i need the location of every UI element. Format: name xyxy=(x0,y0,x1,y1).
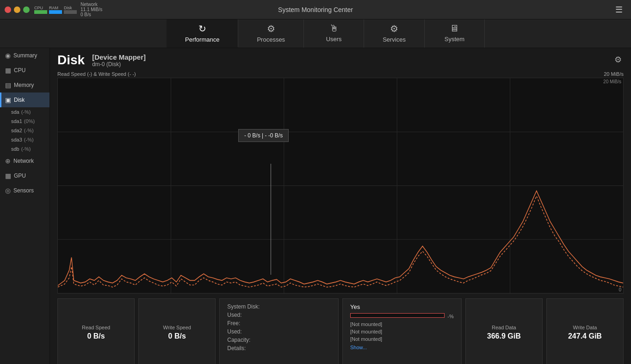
cpu-icon: ▦ xyxy=(5,67,11,74)
close-button[interactable] xyxy=(5,6,11,13)
sidebar-item-cpu[interactable]: ▦ CPU xyxy=(0,63,49,78)
chart-area[interactable]: - 0 B/s | - -0 B/s 20 MiB/s 0 xyxy=(57,78,624,294)
write-speed-value: 0 B/s xyxy=(168,332,186,340)
tab-services[interactable]: ⚙ Services xyxy=(364,19,425,48)
tab-services-label: Services xyxy=(383,36,406,43)
sidebar-network-label: Network xyxy=(13,158,34,164)
disk-info-used2: Used: xyxy=(227,328,331,335)
system-disk-label: System Disk: xyxy=(227,303,260,310)
sys-show-link[interactable]: Show... xyxy=(350,345,454,350)
sidebar-item-sensors[interactable]: ◎ Sensors xyxy=(0,183,49,198)
bottom-stats: Read Speed 0 B/s Write Speed 0 B/s Syste… xyxy=(50,296,631,364)
write-data-box: Write Data 247.4 GiB xyxy=(546,298,624,364)
capacity-label: Capacity: xyxy=(227,337,260,343)
main-layout: ◉ Summary ▦ CPU ▤ Memory ▣ Disk sda (-%)… xyxy=(0,48,631,364)
sidebar-item-network[interactable]: ⊕ Network xyxy=(0,154,49,168)
read-speed-label: Read Speed xyxy=(82,325,110,330)
network-label: Network xyxy=(80,2,102,7)
network-upload: 0 B/s xyxy=(80,12,102,17)
sidebar-gpu-label: GPU xyxy=(14,173,26,179)
speed-label-bar: Read Speed (-) & Write Speed (- -) 20 Mi… xyxy=(50,70,631,78)
gpu-icon: ▦ xyxy=(5,172,11,179)
system-icon: 🖥 xyxy=(450,23,459,34)
network-icon: ⊕ xyxy=(5,157,11,165)
content-area: Disk [Device Mapper] dm-0 (Disk) ⚙ Read … xyxy=(50,48,631,364)
sda1-badge: (0%) xyxy=(24,118,35,124)
disk-header: Disk [Device Mapper] dm-0 (Disk) ⚙ xyxy=(50,48,631,70)
y-label-top: 20 MiB/s xyxy=(603,79,621,84)
sidebar-item-memory[interactable]: ▤ Memory xyxy=(0,78,49,93)
cpu-indicator: CPU RAM Disk xyxy=(34,6,77,14)
cpu-label: CPU xyxy=(34,6,47,10)
sidebar-sub-sda2[interactable]: sda2 (-%) xyxy=(4,126,49,135)
sda2-label: sda2 xyxy=(11,128,22,133)
memory-icon: ▤ xyxy=(5,81,11,89)
read-speed-value: 0 B/s xyxy=(87,332,105,340)
tab-performance[interactable]: ↻ Performance xyxy=(167,19,238,48)
sidebar: ◉ Summary ▦ CPU ▤ Memory ▣ Disk sda (-%)… xyxy=(0,48,50,364)
maximize-button[interactable] xyxy=(23,6,30,13)
sidebar-cpu-label: CPU xyxy=(14,67,25,74)
tooltip-line xyxy=(271,164,271,275)
device-name: [Device Mapper] xyxy=(92,53,146,61)
titlebar: CPU RAM Disk Network 11.1 MiB/s 0 B/s Sy… xyxy=(0,0,631,19)
sidebar-sub-sdb[interactable]: sdb (-%) xyxy=(4,144,49,154)
minimize-button[interactable] xyxy=(14,6,20,13)
disk-title-block: Disk [Device Mapper] dm-0 (Disk) xyxy=(57,53,146,68)
tab-bar: ↻ Performance ⚙ Processes 🖱 Users ⚙ Serv… xyxy=(0,19,631,48)
read-data-value: 366.9 GiB xyxy=(487,332,521,340)
cpu-bar xyxy=(34,10,47,14)
sdb-label: sdb xyxy=(11,146,19,152)
disk-info-system-disk: System Disk: xyxy=(227,303,331,310)
sda1-label: sda1 xyxy=(11,118,22,124)
details-label: Details: xyxy=(227,345,260,352)
disk-title: Disk xyxy=(57,53,85,68)
write-data-value: 247.4 GiB xyxy=(568,332,602,340)
tab-users[interactable]: 🖱 Users xyxy=(304,19,364,48)
menu-button[interactable]: ☰ xyxy=(612,3,626,17)
sidebar-item-summary[interactable]: ◉ Summary xyxy=(0,48,49,63)
sidebar-item-gpu[interactable]: ▦ GPU xyxy=(0,168,49,183)
disk-info-used: Used: xyxy=(227,312,331,318)
disk-sub-items: sda (-%) sda1 (0%) sda2 (-%) sda3 (-%) s… xyxy=(0,107,49,154)
tab-system[interactable]: 🖥 System xyxy=(425,19,485,48)
write-data-label: Write Data xyxy=(573,325,597,330)
network-info: Network 11.1 MiB/s 0 B/s xyxy=(80,2,102,17)
disk-info-free: Free: xyxy=(227,320,331,327)
tab-processes[interactable]: ⚙ Processes xyxy=(238,19,304,48)
settings-button[interactable]: ⚙ xyxy=(612,53,624,67)
sidebar-sub-sda[interactable]: sda (-%) xyxy=(4,107,49,117)
sidebar-sensors-label: Sensors xyxy=(13,187,34,194)
sidebar-item-disk[interactable]: ▣ Disk xyxy=(0,93,49,107)
sidebar-summary-label: Summary xyxy=(13,52,37,59)
y-label-zero: 0 xyxy=(619,287,621,292)
ram-label: RAM xyxy=(49,6,62,10)
disk-info-box: System Disk: Used: Free: Used: Capacity: xyxy=(219,298,339,364)
sda-label: sda xyxy=(11,109,19,115)
summary-icon: ◉ xyxy=(5,52,11,59)
services-icon: ⚙ xyxy=(390,23,398,34)
sidebar-sub-sda3[interactable]: sda3 (-%) xyxy=(4,135,49,144)
sidebar-disk-label: Disk xyxy=(14,97,25,103)
disk-info-capacity: Capacity: xyxy=(227,337,331,343)
sys-pct-label: -% xyxy=(447,314,453,319)
sda-badge: (-%) xyxy=(21,109,31,115)
network-value: 11.1 MiB/s xyxy=(80,7,102,12)
disk-chart xyxy=(58,78,623,293)
device-id: dm-0 (Disk) xyxy=(92,61,146,68)
sidebar-memory-label: Memory xyxy=(14,82,34,88)
sda3-badge: (-%) xyxy=(24,137,34,142)
sidebar-sub-sda1[interactable]: sda1 (0%) xyxy=(4,117,49,126)
ram-bar xyxy=(49,10,62,14)
read-speed-box: Read Speed 0 B/s xyxy=(57,298,135,364)
max-label: 20 MiB/s xyxy=(604,71,624,77)
read-data-label: Read Data xyxy=(492,325,516,330)
disk-bar xyxy=(64,10,77,14)
disk-info-details: Details: xyxy=(227,345,331,352)
users-icon: 🖱 xyxy=(329,23,339,34)
sensors-icon: ◎ xyxy=(5,187,11,194)
tab-users-label: Users xyxy=(326,36,342,43)
sys-not-mounted-1: [Not mounted] xyxy=(350,321,454,327)
app-title: System Monitoring Center xyxy=(278,6,353,13)
tab-processes-label: Processes xyxy=(257,36,285,43)
